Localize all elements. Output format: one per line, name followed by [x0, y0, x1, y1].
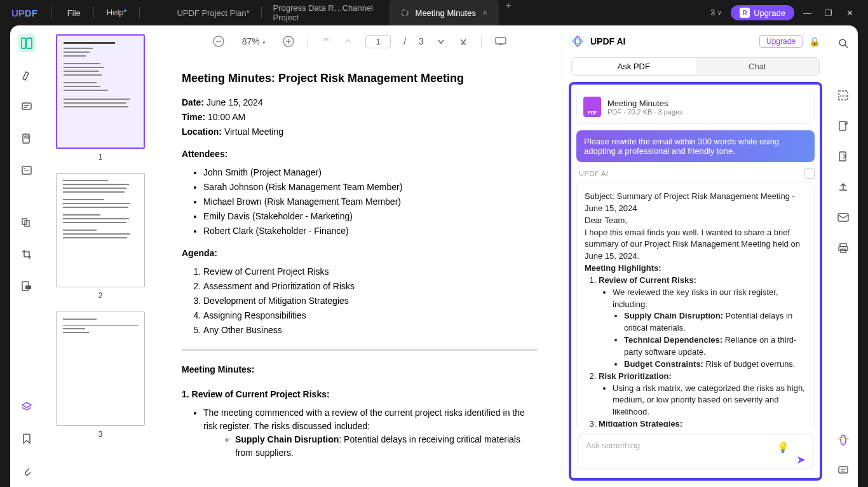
ai-file-meta: PDF · 70.2 KB · 3 pages — [607, 108, 683, 116]
tab-project-plan[interactable]: UPDF Project Plan* — [165, 0, 261, 25]
user-prompt: Please rewrite the email within 300 word… — [576, 130, 815, 162]
tab-ask-pdf[interactable]: Ask PDF — [572, 58, 696, 75]
lock-icon[interactable]: 🔒 — [809, 36, 820, 46]
zoom-in-icon[interactable] — [282, 35, 295, 48]
thumbnails-icon[interactable] — [18, 34, 36, 52]
ocr-icon[interactable]: OCR — [834, 86, 852, 104]
svg-rect-3 — [22, 103, 31, 109]
zoom-value[interactable]: 87% ▾ — [238, 36, 269, 46]
thumbnail-page-3[interactable] — [56, 312, 145, 426]
send-icon[interactable]: ➤ — [796, 453, 806, 467]
attachment-icon[interactable] — [18, 462, 36, 479]
tab-loading-icon — [400, 8, 409, 17]
total-pages: 3 — [419, 36, 424, 46]
email-icon[interactable] — [834, 209, 852, 226]
app-logo: UPDF — [0, 8, 49, 18]
first-page-icon[interactable] — [321, 36, 331, 46]
page-separator: / — [403, 36, 406, 46]
convert-icon[interactable] — [834, 147, 852, 165]
form-icon[interactable] — [18, 161, 36, 179]
thumbnail-page-1[interactable] — [56, 34, 145, 149]
svg-line-22 — [845, 45, 848, 48]
thumbnail-number: 3 — [56, 430, 145, 439]
comment-icon[interactable] — [18, 98, 36, 116]
redact-icon[interactable] — [18, 277, 36, 295]
search-icon[interactable] — [834, 34, 852, 52]
maximize-icon[interactable]: ❐ — [825, 8, 837, 18]
svg-rect-26 — [839, 152, 846, 161]
next-page-icon[interactable] — [437, 37, 445, 46]
svg-rect-14 — [25, 285, 31, 289]
layers-icon[interactable] — [18, 398, 36, 416]
export-icon[interactable] — [834, 117, 852, 135]
tab-chat[interactable]: Chat — [696, 58, 820, 75]
last-page-icon[interactable] — [458, 36, 468, 46]
document-page: Meeting Minutes: Project Risk Management… — [182, 64, 538, 481]
ai-assistant-icon[interactable] — [834, 431, 852, 449]
svg-rect-20 — [496, 38, 506, 44]
zoom-out-icon[interactable] — [212, 35, 225, 48]
svg-rect-29 — [839, 247, 848, 250]
svg-point-21 — [839, 39, 846, 46]
svg-rect-25 — [839, 121, 846, 130]
pages-icon[interactable] — [18, 214, 36, 231]
close-icon[interactable]: × — [482, 8, 487, 18]
pdf-file-icon — [583, 97, 601, 117]
svg-rect-1 — [22, 38, 25, 48]
crop-icon[interactable] — [18, 245, 36, 263]
tab-progress-data[interactable]: Progress Data R…Channel Project — [262, 0, 389, 25]
bookmark-icon[interactable] — [18, 430, 36, 448]
current-page-input[interactable]: 1 — [365, 35, 391, 48]
ai-upgrade-button[interactable]: Upgrade — [759, 35, 803, 48]
presentation-icon[interactable] — [494, 36, 507, 46]
tab-meeting-minutes[interactable]: Meeting Minutes × — [389, 0, 499, 25]
chat-history-icon[interactable] — [834, 462, 852, 479]
svg-rect-6 — [23, 134, 29, 143]
page-title: Meeting Minutes: Project Risk Management… — [182, 70, 538, 87]
svg-rect-2 — [27, 38, 32, 48]
share-icon[interactable] — [834, 178, 852, 196]
copy-icon[interactable] — [804, 168, 815, 179]
svg-rect-31 — [839, 467, 848, 473]
edit-icon[interactable] — [18, 130, 36, 147]
menu-file[interactable]: File — [55, 8, 93, 18]
prev-page-icon[interactable] — [344, 37, 353, 46]
thumbnail-page-2[interactable] — [56, 173, 145, 287]
upgrade-button[interactable]: RUpgrade — [731, 5, 794, 20]
close-window-icon[interactable]: ✕ — [846, 8, 859, 18]
svg-rect-28 — [840, 244, 846, 247]
ai-file-name: Meeting Minutes — [607, 99, 683, 108]
svg-point-0 — [402, 10, 408, 16]
svg-text:OCR: OCR — [840, 94, 849, 98]
thumbnail-number: 2 — [56, 291, 145, 300]
svg-rect-7 — [25, 136, 29, 138]
thumbnail-number: 1 — [56, 153, 145, 161]
new-tab-button[interactable]: + — [499, 0, 518, 25]
ai-response: Subject: Summary of Project Risk Managem… — [576, 182, 815, 427]
response-label: UPDF AI — [579, 170, 608, 177]
thumbnail-panel: 1 2 3 — [43, 25, 158, 487]
open-docs-count[interactable]: 3 ∨ — [710, 8, 722, 17]
menu-help[interactable]: Help● — [94, 8, 140, 17]
svg-rect-27 — [838, 214, 848, 221]
ai-file-card: Meeting Minutes PDF · 70.2 KB · 3 pages — [576, 90, 815, 124]
ai-panel-title: UPDF AI — [590, 36, 753, 46]
minimize-icon[interactable]: — — [803, 8, 816, 18]
print-icon[interactable] — [834, 239, 852, 257]
suggestions-icon[interactable]: 💡 — [776, 441, 789, 453]
highlighter-icon[interactable] — [18, 66, 36, 84]
ai-logo-icon — [571, 35, 584, 48]
